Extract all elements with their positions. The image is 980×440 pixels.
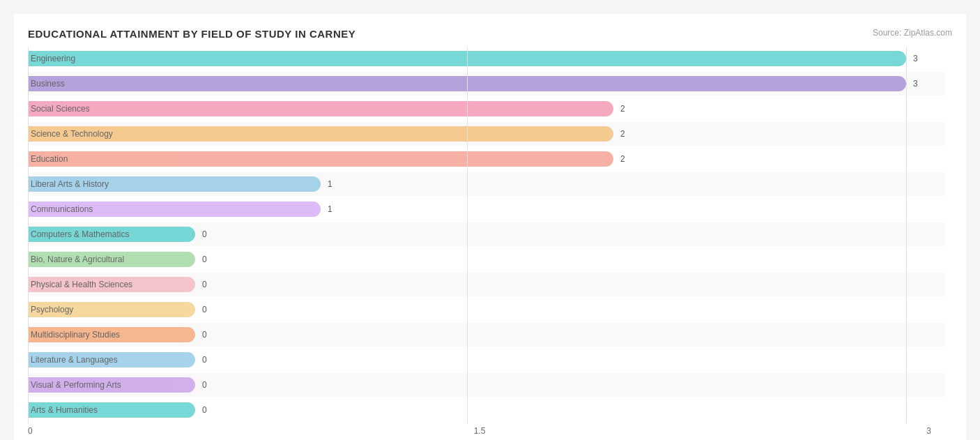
bar: Arts & Humanities xyxy=(28,402,195,418)
bar-value: 1 xyxy=(328,204,332,214)
bar-value: 0 xyxy=(202,229,207,239)
x-axis-label: 1.5 xyxy=(474,426,486,436)
bar-value: 0 xyxy=(202,380,207,390)
bar-row: Social Sciences2 xyxy=(28,97,945,121)
bar-value: 2 xyxy=(620,129,625,139)
bar-row: Education2 xyxy=(28,147,945,171)
bar: Education xyxy=(28,151,613,167)
bar-value: 0 xyxy=(202,305,207,314)
x-axis-label: 3 xyxy=(926,426,931,436)
bar-value: 0 xyxy=(202,255,207,264)
x-axis-label: 0 xyxy=(28,426,33,436)
bar-row: Engineering3 xyxy=(28,47,945,70)
bar-label: Computers & Mathematics xyxy=(31,229,129,239)
source-text: Source: ZipAtlas.com xyxy=(873,28,952,38)
bar-label: Psychology xyxy=(31,305,73,314)
chart-area: Engineering3Business3Social Sciences2Sci… xyxy=(28,47,945,423)
bar: Visual & Performing Arts xyxy=(28,377,195,393)
bar-label: Business xyxy=(31,79,65,89)
bar-label: Liberal Arts & History xyxy=(31,179,109,189)
bar-label: Science & Technology xyxy=(31,129,113,139)
bar: Physical & Health Sciences xyxy=(28,277,195,292)
bar-row: Psychology0 xyxy=(28,298,945,321)
x-axis: 01.53 xyxy=(28,426,945,436)
bar: Liberal Arts & History xyxy=(28,176,321,192)
bar-value: 0 xyxy=(202,330,207,340)
bar-value: 2 xyxy=(620,154,625,164)
bar-row: Bio, Nature & Agricultural0 xyxy=(28,248,945,271)
bar-row: Liberal Arts & History1 xyxy=(28,172,945,196)
bar: Business xyxy=(28,76,906,91)
bar-value: 0 xyxy=(202,405,207,415)
bar: Literature & Languages xyxy=(28,352,195,367)
bar: Multidisciplinary Studies xyxy=(28,327,195,342)
bar: Computers & Mathematics xyxy=(28,227,195,242)
bar-value: 0 xyxy=(202,355,207,365)
bar: Bio, Nature & Agricultural xyxy=(28,252,195,267)
bar-row: Communications1 xyxy=(28,197,945,221)
bar: Psychology xyxy=(28,302,195,317)
bar-label: Multidisciplinary Studies xyxy=(31,330,120,340)
bar-label: Physical & Health Sciences xyxy=(31,280,132,289)
chart-container: EDUCATIONAL ATTAINMENT BY FIELD OF STUDY… xyxy=(14,14,966,440)
bar-row: Science & Technology2 xyxy=(28,122,945,146)
bar-value: 2 xyxy=(620,104,625,114)
bar-row: Arts & Humanities0 xyxy=(28,398,945,422)
bar-value: 1 xyxy=(328,179,332,189)
bar-label: Visual & Performing Arts xyxy=(31,380,121,390)
bar-row: Business3 xyxy=(28,72,945,96)
bar: Communications xyxy=(28,202,321,217)
bar-label: Bio, Nature & Agricultural xyxy=(31,255,124,264)
bar-label: Communications xyxy=(31,204,93,214)
bar: Engineering xyxy=(28,51,906,66)
bar-row: Physical & Health Sciences0 xyxy=(28,273,945,296)
bar-value: 3 xyxy=(913,79,918,89)
bar-label: Social Sciences xyxy=(31,104,90,114)
bar: Social Sciences xyxy=(28,101,613,116)
bar-row: Visual & Performing Arts0 xyxy=(28,373,945,397)
bar-row: Computers & Mathematics0 xyxy=(28,222,945,246)
bar-label: Engineering xyxy=(31,54,75,63)
bar-label: Arts & Humanities xyxy=(31,405,98,415)
chart-title: EDUCATIONAL ATTAINMENT BY FIELD OF STUDY… xyxy=(28,28,945,40)
bar-value: 3 xyxy=(913,54,918,63)
bar-row: Literature & Languages0 xyxy=(28,348,945,372)
bar: Science & Technology xyxy=(28,126,613,142)
bar-value: 0 xyxy=(202,280,207,289)
bar-row: Multidisciplinary Studies0 xyxy=(28,323,945,347)
bar-label: Literature & Languages xyxy=(31,355,118,365)
bar-label: Education xyxy=(31,154,68,164)
